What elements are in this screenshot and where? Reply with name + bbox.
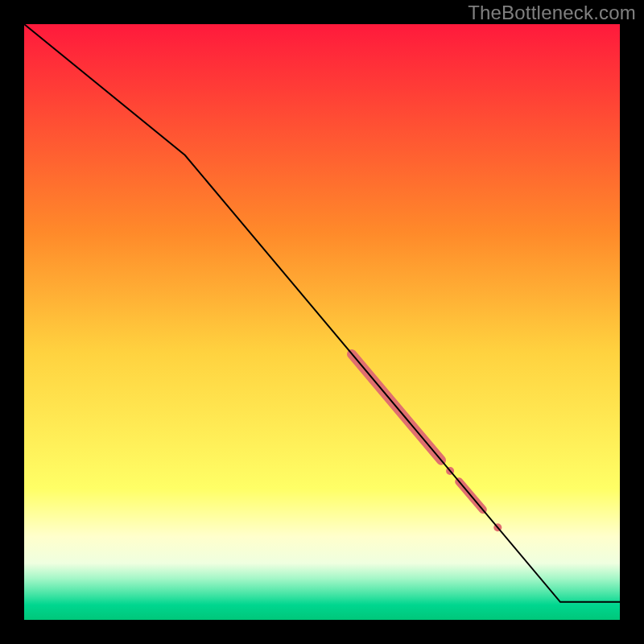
plot-area (24, 24, 620, 620)
gradient-background (24, 24, 620, 620)
chart-frame: TheBottleneck.com (0, 0, 644, 644)
watermark-label: TheBottleneck.com (468, 2, 636, 24)
chart-svg (24, 24, 620, 620)
